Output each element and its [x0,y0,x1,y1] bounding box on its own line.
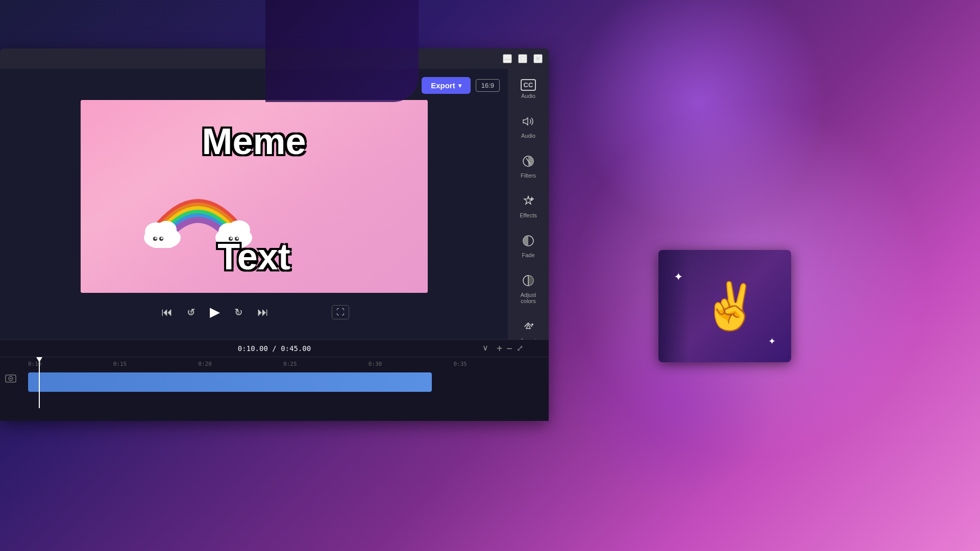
effects-icon [522,195,534,210]
sidebar-item-speed[interactable]: Speed [510,315,546,339]
ruler-mark-2: 0:20 [198,361,212,367]
zoom-out-button[interactable]: − [506,343,512,354]
editor-window: — □ ✕ Export ▾ 16:9 [0,48,549,421]
timeline-collapse-button[interactable]: ∨ [482,343,488,353]
aspect-ratio-button[interactable]: 16:9 [476,79,500,92]
close-button[interactable]: ✕ [533,54,543,63]
adjust-colors-icon [522,274,534,290]
chevron-down-icon: ∨ [482,343,488,352]
svg-point-6 [161,237,163,239]
maximize-icon: □ [521,55,525,63]
skip-forward-icon: ⏭ [257,306,268,319]
timeline-clip[interactable] [28,372,432,392]
sidebar-effects-label: Effects [520,212,536,218]
playhead [39,357,40,408]
chevron-down-icon: ▾ [458,82,461,89]
sidebar-item-fade[interactable]: Fade [510,230,546,263]
svg-point-2 [156,221,177,238]
sparkle-icon-1: ✦ [674,270,683,284]
rewind5-icon: ↺5 [187,306,195,318]
fullscreen-button[interactable]: ⛶ [332,305,349,319]
export-label: Export [431,81,455,90]
ruler-mark-3: 0:25 [283,361,297,367]
time-display: 0:10.00 / 0:45.00 [191,344,357,353]
ruler-mark-4: 0:30 [369,361,382,367]
expand-button[interactable]: ⤢ [517,343,523,354]
meme-text-top: Meme [202,120,306,162]
close-icon: ✕ [535,55,541,63]
timeline-ruler: 0:10 0:15 0:20 0:25 0:30 0:35 [0,357,549,370]
minimize-icon: — [504,55,511,63]
sidebar-item-colors[interactable]: Adjust colors [510,269,546,309]
cc-icon: CC [521,79,536,91]
audio-icon [522,115,534,131]
floating-thumbnail: ✌️ ✦ ✦ [658,250,791,362]
aspect-ratio-label: 16:9 [481,82,494,89]
sidebar-captions-label: Audio [521,93,535,99]
speed-icon [522,320,534,336]
media-track-icon [5,373,16,387]
forward5-icon: ↻5 [234,306,243,318]
fade-icon [522,235,534,250]
play-button[interactable]: ▶ [208,302,222,322]
editor-main: Export ▾ 16:9 Meme [0,69,549,339]
sidebar-audio-label: Audio [521,133,535,139]
export-button[interactable]: Export ▾ [422,77,471,94]
forward5-button[interactable]: ↻5 [232,304,245,320]
svg-point-23 [10,378,12,380]
video-canvas: Meme [81,100,428,293]
skip-forward-button[interactable]: ⏭ [255,304,271,321]
maximize-button[interactable]: □ [518,54,527,63]
meme-text-bottom: Text [217,236,290,278]
sidebar-item-effects[interactable]: Effects [510,190,546,223]
cartoon-character: ✌️ [702,280,759,333]
timeline-track-row [0,370,549,394]
ruler-marks: 0:10 0:15 0:20 0:25 0:30 0:35 [28,361,467,367]
sidebar-colors-label: Adjust colors [513,292,543,304]
svg-point-19 [531,323,533,325]
rewind5-button[interactable]: ↺5 [185,304,198,320]
bg-dark-corner [265,0,419,102]
minimize-button[interactable]: — [503,54,512,63]
sidebar-item-audio[interactable]: Audio [510,110,546,144]
thumbnail-content: ✌️ ✦ ✦ [658,250,791,362]
bg-blob-1 [572,0,827,230]
ruler-mark-5: 0:35 [453,361,467,367]
skip-back-button[interactable]: ⏮ [159,304,175,321]
preview-area: Export ▾ 16:9 Meme [0,69,508,339]
right-sidebar: CC Audio Audio [508,69,549,339]
timeline-toolbar: 0:10.00 / 0:45.00 + − ⤢ [0,340,549,357]
sidebar-item-filters[interactable]: Filters [510,150,546,184]
filters-icon [522,155,534,170]
sparkle-icon-2: ✦ [768,336,776,347]
sidebar-fade-label: Fade [522,252,534,258]
sidebar-filters-label: Filters [521,172,536,179]
play-icon: ▶ [210,304,220,320]
skip-back-icon: ⏮ [161,306,173,319]
sidebar-item-captions[interactable]: CC Audio [510,74,546,104]
thumbnail-overlay-left [658,250,689,362]
zoom-controls: + − ⤢ [357,343,523,354]
fullscreen-icon: ⛶ [336,308,345,316]
preview-toolbar: Export ▾ 16:9 [8,77,500,94]
window-controls: — □ ✕ [503,54,543,63]
zoom-in-button[interactable]: + [497,343,503,354]
svg-point-5 [155,237,157,239]
playback-controls: ⏮ ↺5 ▶ ↻5 ⏭ [8,302,500,322]
ruler-mark-1: 0:15 [113,361,127,367]
